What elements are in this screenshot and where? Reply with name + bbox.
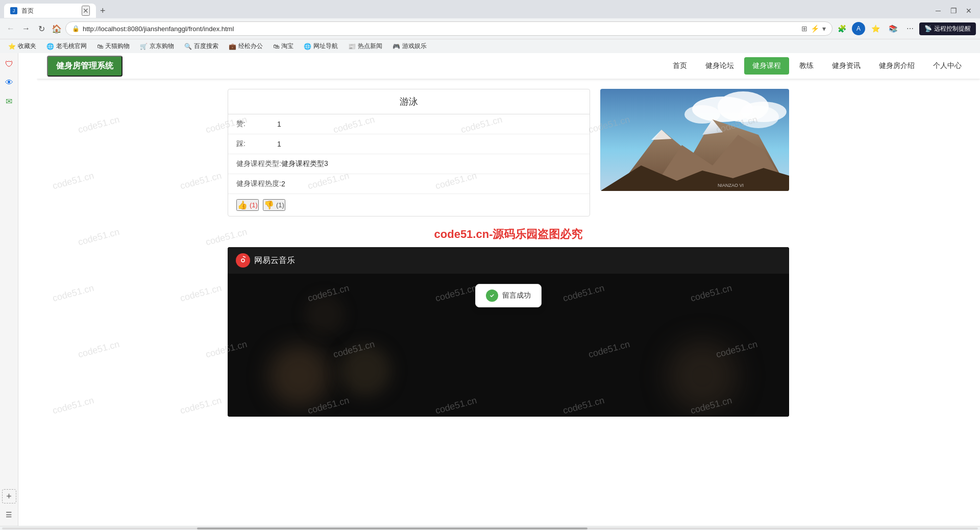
scroll-track[interactable] (2, 527, 978, 529)
bookmark-item-jd[interactable]: 🛒 京东购物 (136, 41, 178, 52)
music-player-body: 留言成功 (228, 274, 789, 417)
game-icon: 🎮 (393, 43, 400, 50)
sidebar-add-button[interactable]: + (2, 489, 16, 503)
minimize-button[interactable]: ─ (931, 4, 945, 18)
course-detail-section: 游泳 赞: 1 踩: 1 健身课程类型: 健身课程类型3 (228, 89, 789, 216)
profile-button[interactable]: A (852, 22, 865, 35)
scroll-thumb[interactable] (197, 527, 587, 529)
lightning-icon-button[interactable]: ⚡ (811, 25, 819, 33)
bookmark-item-taobao[interactable]: 🛍 淘宝 (269, 41, 298, 52)
heat-field-value: 2 (281, 180, 285, 188)
nav-item-course[interactable]: 健身课程 (744, 57, 789, 75)
nav-item-home[interactable]: 首页 (665, 57, 695, 75)
app-navigation: 首页 健身论坛 健身课程 教练 健身资讯 健身房介绍 个人中心 (665, 57, 970, 75)
type-field-value: 健身课程类型3 (281, 159, 328, 168)
course-field-type: 健身课程类型: 健身课程类型3 (228, 154, 590, 174)
more-button[interactable]: ⋯ (903, 21, 917, 36)
thumbs-up-icon: 👍 (237, 200, 248, 210)
grid-icon-button[interactable]: ⊞ (801, 25, 807, 33)
remote-label: 远程控制提醒 (934, 25, 971, 33)
collections-button[interactable]: 📚 (886, 21, 900, 36)
bg-shape-3 (667, 340, 738, 412)
back-button[interactable]: ← (4, 22, 17, 35)
restore-button[interactable]: ❐ (946, 4, 961, 18)
cart-icon: 🛒 (140, 43, 148, 50)
bg-shape-1 (268, 345, 330, 406)
taobao-icon: 🛍 (273, 43, 279, 50)
toast-message: 留言成功 (502, 291, 531, 300)
nav-item-intro[interactable]: 健身房介绍 (871, 57, 923, 75)
bookmark-item-tmall[interactable]: 🛍 天猫购物 (93, 41, 134, 52)
course-image-container: NIANZAO VI (600, 89, 789, 216)
netease-logo-icon (236, 253, 250, 268)
netease-icon-svg (238, 256, 248, 265)
bookmark-label: 经松办公 (238, 42, 263, 51)
type-field-label: 健身课程类型: (236, 159, 281, 168)
star-icon: ⭐ (8, 43, 16, 50)
music-logo-text: 网易云音乐 (254, 255, 295, 266)
music-player-section[interactable]: 网易云音乐 (228, 247, 789, 417)
like-button[interactable]: 👍 (1) (236, 199, 259, 211)
success-toast: 留言成功 (475, 284, 542, 307)
nav-extra-buttons: 🧩 A ⭐ 📚 ⋯ (835, 21, 917, 36)
bookmark-item-news[interactable]: 📰 热点新闻 (344, 41, 386, 52)
sidebar-icon-eye[interactable]: 👁 (2, 76, 16, 90)
bookmark-label: 天猫购物 (105, 42, 130, 51)
forward-button[interactable]: → (19, 22, 33, 35)
svg-point-5 (738, 106, 779, 128)
nav-item-profile[interactable]: 个人中心 (925, 57, 970, 75)
bookmark-item-laomao[interactable]: 🌐 老毛桃官网 (42, 41, 91, 52)
sidebar-menu-button[interactable]: ☰ (2, 508, 16, 522)
dislike-count: (1) (276, 201, 284, 209)
bookmark-item-office[interactable]: 💼 经松办公 (225, 41, 267, 52)
main-content-area: 游泳 赞: 1 踩: 1 健身课程类型: 健身课程类型3 (37, 79, 980, 427)
bookmark-label: 百度搜索 (194, 42, 218, 51)
promo-banner: code51.cn-源码乐园盗图必究 (228, 227, 789, 242)
bookmark-item-game[interactable]: 🎮 游戏娱乐 (388, 41, 431, 52)
url-bar[interactable]: 🔒 ⊞ ⚡ ▾ (65, 21, 832, 36)
remote-control-button[interactable]: 📡 远程控制提醒 (919, 22, 976, 35)
dislike-button[interactable]: 👎 (1) (263, 199, 285, 211)
tab-bar: J 首页 ✕ + ─ ❐ ✕ (0, 0, 980, 18)
dropdown-arrow-button[interactable]: ▾ (822, 25, 826, 33)
favorites-button[interactable]: ⭐ (868, 21, 883, 36)
like-field-value: 1 (277, 120, 281, 128)
course-title: 游泳 (228, 89, 590, 114)
new-tab-button[interactable]: + (96, 4, 110, 18)
home-button[interactable]: 🏠 (50, 22, 63, 35)
music-logo: 网易云音乐 (236, 253, 295, 268)
close-button[interactable]: ✕ (962, 4, 976, 18)
dislike-field-value: 1 (277, 140, 281, 148)
like-field-label: 赞: (236, 119, 277, 129)
search-icon: 🔍 (184, 43, 192, 50)
left-sidebar: 🛡 👁 ✉ + ☰ (0, 53, 18, 530)
app-logo-button[interactable]: 健身房管理系统 (47, 56, 122, 77)
sidebar-icon-shield[interactable]: 🛡 (2, 57, 16, 71)
nav-item-forum[interactable]: 健身论坛 (697, 57, 742, 75)
mountain-image: NIANZAO VI (600, 89, 789, 191)
tab-close-button[interactable]: ✕ (82, 6, 90, 16)
course-field-heat: 健身课程热度: 2 (228, 174, 590, 194)
bookmark-label: 游戏娱乐 (402, 42, 427, 51)
tab-favicon: J (10, 7, 17, 14)
thumbs-down-icon: 👎 (264, 200, 274, 210)
bookmark-label: 淘宝 (281, 42, 293, 51)
nav-item-trainer[interactable]: 教练 (791, 57, 822, 75)
nav-item-news[interactable]: 健身资讯 (824, 57, 869, 75)
bookmark-item-favorites[interactable]: ⭐ 收藏夹 (4, 41, 40, 52)
app-header: 健身房管理系统 首页 健身论坛 健身课程 教练 健身资讯 健身房介绍 个人中心 (37, 53, 980, 79)
reload-button[interactable]: ↻ (35, 22, 48, 35)
course-field-dislike: 踩: 1 (228, 134, 590, 154)
sidebar-icon-mail[interactable]: ✉ (2, 94, 16, 108)
nav-icon: 🌐 (304, 43, 311, 50)
remote-icon: 📡 (924, 25, 932, 32)
bottom-scroll-bar[interactable] (0, 526, 980, 530)
url-input[interactable] (83, 25, 798, 33)
svg-text:NIANZAO VI: NIANZAO VI (718, 183, 744, 188)
extensions-button[interactable]: 🧩 (835, 21, 849, 36)
bookmark-label: 京东购物 (150, 42, 174, 51)
bookmark-item-nav[interactable]: 🌐 网址导航 (300, 41, 342, 52)
bookmark-item-baidu[interactable]: 🔍 百度搜索 (180, 41, 223, 52)
course-field-like: 赞: 1 (228, 114, 590, 134)
active-tab[interactable]: J 首页 ✕ (4, 4, 96, 18)
